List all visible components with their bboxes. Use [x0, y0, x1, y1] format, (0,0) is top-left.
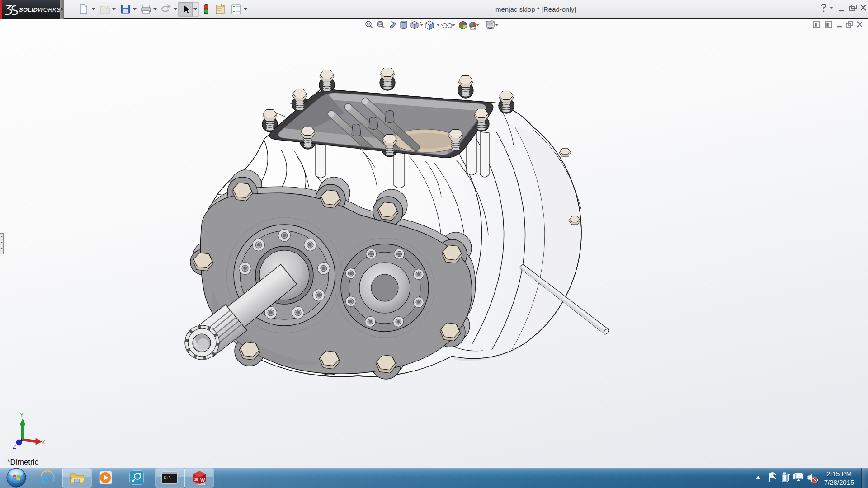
svg-text:Y: Y: [20, 412, 24, 418]
svg-text:2015: 2015: [198, 482, 205, 485]
svg-text:S: S: [194, 477, 198, 482]
svg-text:SOLIDWORKS: SOLIDWORKS: [19, 6, 61, 13]
svg-text:X: X: [42, 439, 45, 446]
svg-text:Z: Z: [13, 444, 16, 450]
svg-text:C:\_: C:\_: [164, 476, 174, 480]
